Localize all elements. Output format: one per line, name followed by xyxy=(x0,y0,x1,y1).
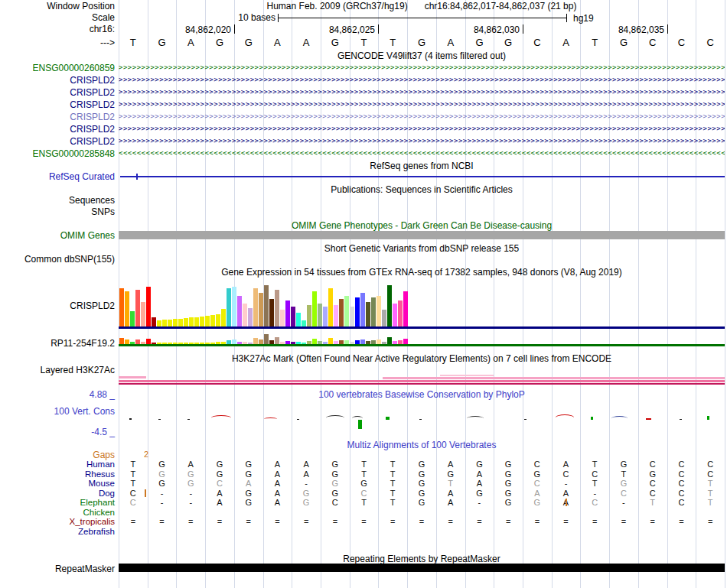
species-label[interactable]: X_tropicalis xyxy=(0,517,115,526)
gene-arrow-line[interactable]: >>>>>>>>>>>>>>>>>>>>>>>>>>>>>>>>>>>>>>>>… xyxy=(119,98,725,110)
gene-label[interactable]: CRISPLD2 xyxy=(0,124,115,135)
alignment-base: C xyxy=(609,489,638,498)
alignment-base: G xyxy=(148,460,177,469)
ruler-tick xyxy=(378,24,379,34)
gene-arrow-line[interactable]: >>>>>>>>>>>>>>>>>>>>>>>>>>>>>>>>>>>>>>>>… xyxy=(119,110,725,122)
omim-genes-label[interactable]: OMIM Genes xyxy=(0,230,115,241)
h3k27ac-label[interactable]: Layered H3K27Ac xyxy=(0,365,115,375)
gene-arrow-line[interactable]: >>>>>>>>>>>>>>>>>>>>>>>>>>>>>>>>>>>>>>>>… xyxy=(119,86,725,98)
chromosome-label: chr16: xyxy=(0,24,115,34)
alignment-base: A xyxy=(263,460,292,469)
expression-bar xyxy=(328,288,333,326)
alignment-base: T xyxy=(378,469,407,479)
alignment-base: = xyxy=(176,517,205,526)
h3k27ac-signal-band xyxy=(119,380,725,382)
gene-arrow-line[interactable]: >>>>>>>>>>>>>>>>>>>>>>>>>>>>>>>>>>>>>>>>… xyxy=(119,122,725,135)
scale-value: 10 bases xyxy=(195,12,275,23)
expression-bar xyxy=(205,316,210,326)
conservation-min-value: -4.5 _ xyxy=(0,427,115,437)
alignment-base: = xyxy=(696,517,725,526)
gene-arrow-line[interactable]: >>>>>>>>>>>>>>>>>>>>>>>>>>>>>>>>>>>>>>>>… xyxy=(119,135,725,147)
species-label[interactable]: Mouse xyxy=(0,479,115,488)
alignment-base: T xyxy=(350,469,379,479)
h3k27ac-title: H3K27Ac Mark (Often Found Near Active Re… xyxy=(119,353,725,364)
expression-bar xyxy=(141,302,145,326)
alignment-base: G xyxy=(638,469,667,479)
alignment-base: G xyxy=(321,460,350,469)
alignment-base: G xyxy=(292,489,321,498)
expression-bar xyxy=(398,300,403,326)
expression-bar xyxy=(382,310,386,326)
expression-bar xyxy=(291,307,295,326)
gtex-gene1-label[interactable]: CRISPLD2 xyxy=(0,300,115,311)
alignment-base: = xyxy=(465,517,494,526)
alignment-base: G xyxy=(407,489,436,498)
conservation-label[interactable]: 100 Vert. Cons xyxy=(0,406,115,417)
expression-bar xyxy=(173,319,178,326)
expression-bar xyxy=(232,287,236,326)
species-label[interactable]: Rhesus xyxy=(0,469,115,479)
alignment-base: T xyxy=(350,460,379,469)
alignment-base: G xyxy=(407,460,436,469)
species-label[interactable]: Zebrafish xyxy=(0,527,115,536)
alignment-base: = xyxy=(292,517,321,526)
alignment-base: = xyxy=(119,517,148,526)
gene-arrow-line[interactable]: >>>>>>>>>>>>>>>>>>>>>>>>>>>>>>>>>>>>>>>>… xyxy=(119,73,725,86)
species-label[interactable]: Chicken xyxy=(0,508,115,517)
species-label[interactable]: Dog xyxy=(0,489,115,498)
repeatmasker-label[interactable]: RepeatMasker xyxy=(0,564,115,574)
alignment-base: A xyxy=(263,489,292,498)
alignment-base: = xyxy=(667,517,696,526)
h3k27ac-signal-band xyxy=(383,377,725,379)
base-letter: T xyxy=(350,37,379,48)
alignment-base: C xyxy=(667,479,696,488)
gene-arrow-line[interactable]: >>>>>>>>>>>>>>>>>>>>>>>>>>>>>>>>>>>>>>>>… xyxy=(119,61,725,73)
dna-sequence[interactable]: TGAGGAAGTTGAGGCATGCCC xyxy=(119,37,725,48)
gene-label[interactable]: CRISPLD2 xyxy=(0,75,115,86)
refseq-track-line[interactable] xyxy=(120,176,725,177)
alignment-base: C xyxy=(350,489,379,498)
gene-label[interactable]: CRISPLD2 xyxy=(0,136,115,147)
species-label[interactable]: Elephant xyxy=(0,498,115,507)
base-letter: A xyxy=(552,37,581,48)
gene-label[interactable]: CRISPLD2 xyxy=(0,112,115,122)
alignment-base: G xyxy=(234,498,263,507)
expression-bar xyxy=(243,304,247,326)
gtex-expression-track-rp11[interactable] xyxy=(119,333,725,346)
snps-label[interactable]: SNPs xyxy=(0,206,115,217)
alignment-base: G xyxy=(234,460,263,469)
h3k27ac-track[interactable] xyxy=(119,364,725,385)
alignment-base: G xyxy=(494,498,523,507)
gene-label[interactable]: ENSG00000260859 xyxy=(0,63,115,73)
expression-bar xyxy=(334,305,338,326)
h3k27ac-signal-band xyxy=(119,376,146,378)
base-letter: A xyxy=(436,37,465,48)
scale-bar: 10 bases hg19 xyxy=(119,12,725,24)
dbsnp-label[interactable]: Common dbSNP(155) xyxy=(0,254,115,265)
gtex-expression-track-crispld2[interactable] xyxy=(119,281,725,329)
gene-label[interactable]: CRISPLD2 xyxy=(0,87,115,98)
conservation-mark xyxy=(211,415,231,421)
expression-baseline xyxy=(119,326,725,329)
conservation-max-value: 4.88 _ xyxy=(0,389,115,400)
alignment-base: G xyxy=(350,479,379,488)
sequences-label[interactable]: Sequences xyxy=(0,195,115,206)
conservation-mark xyxy=(467,416,484,421)
expression-bar xyxy=(393,304,397,326)
position-ruler[interactable]: 84,862,02084,862,02584,862,03084,862,035 xyxy=(119,24,725,35)
alignment-base: A xyxy=(292,460,321,469)
gene-arrow-line[interactable]: <<<<<<<<<<<<<<<<<<<<<<<<<<<<<<<<<<<<<<<<… xyxy=(119,147,725,159)
omim-genes-bar[interactable] xyxy=(119,231,725,239)
conservation-mark xyxy=(680,419,682,420)
alignment-base: T xyxy=(119,479,148,488)
repeatmasker-bar[interactable] xyxy=(119,564,725,572)
gtex-gene2-label[interactable]: RP11-254F19.2 xyxy=(0,338,115,349)
alignment-base: G xyxy=(407,498,436,507)
refseq-curated-label[interactable]: RefSeq Curated xyxy=(0,171,115,182)
species-label[interactable]: Human xyxy=(0,460,115,469)
conservation-track[interactable] xyxy=(119,398,725,436)
alignment-base: T xyxy=(696,489,725,498)
gene-label[interactable]: CRISPLD2 xyxy=(0,99,115,110)
alignment-base: C xyxy=(638,489,667,498)
gene-label[interactable]: ENSG00000285848 xyxy=(0,148,115,159)
